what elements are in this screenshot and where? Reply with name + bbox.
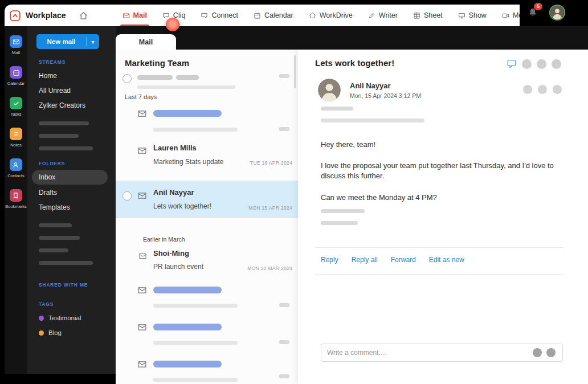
chat-bubble-icon bbox=[162, 12, 170, 19]
mail-list: Marketing Team Last 7 days bbox=[116, 50, 298, 384]
drive-icon bbox=[309, 12, 316, 19]
comment-icon[interactable] bbox=[507, 59, 517, 69]
rail-item-calendar[interactable]: Calendar bbox=[7, 66, 24, 86]
mail-list-item[interactable] bbox=[116, 355, 298, 384]
body-greeting: Hey there, team! bbox=[321, 140, 566, 150]
reply-link[interactable]: Reply bbox=[321, 256, 338, 264]
chevron-down-icon[interactable]: ▾ bbox=[87, 39, 99, 45]
tag-item-testimonial[interactable]: Testimonial bbox=[27, 311, 116, 325]
nav-workdrive[interactable]: WorkDrive bbox=[309, 5, 353, 26]
folders-section-label: FOLDERS bbox=[39, 161, 116, 166]
comment-tool-button[interactable] bbox=[533, 348, 542, 357]
message-action-button[interactable] bbox=[538, 85, 547, 94]
content: Marketing Team Last 7 days bbox=[116, 50, 588, 384]
reply-all-link[interactable]: Reply all bbox=[352, 256, 378, 264]
date-placeholder-bar bbox=[279, 374, 289, 378]
subject-placeholder-bar bbox=[153, 287, 222, 293]
rail-label: Notes bbox=[10, 142, 22, 148]
rail-item-mail[interactable]: Mail bbox=[10, 35, 22, 55]
toolbar-action-button[interactable] bbox=[522, 59, 532, 69]
mail-sender: Shoi-Ming bbox=[153, 249, 189, 258]
tab-strip: Mail bbox=[116, 26, 588, 50]
mail-sidebar: New mail ▾ STREAMS Home All Unread Zylke… bbox=[27, 26, 116, 374]
placeholder-bar bbox=[137, 85, 235, 89]
sidebar-item-home[interactable]: Home bbox=[27, 68, 116, 83]
nav-writer[interactable]: Writer bbox=[368, 5, 398, 26]
forward-link[interactable]: Forward bbox=[391, 256, 416, 264]
rail-item-bookmarks[interactable]: Bookmarks bbox=[5, 189, 27, 209]
contacts-app-icon bbox=[10, 158, 22, 171]
tag-item-blog[interactable]: Blog bbox=[27, 325, 116, 340]
mail-app-icon bbox=[10, 35, 22, 48]
sender-avatar bbox=[318, 79, 341, 101]
placeholder-bar bbox=[39, 134, 79, 138]
mail-list-item[interactable] bbox=[116, 104, 298, 138]
mail-subject: Lets work together! bbox=[153, 202, 211, 210]
mail-list-item[interactable]: Shoi-Ming PR launch event MON 22 MAR 202… bbox=[116, 246, 298, 279]
message-action-button[interactable] bbox=[553, 85, 562, 94]
home-icon[interactable] bbox=[79, 11, 88, 21]
placeholder-bar bbox=[39, 236, 80, 240]
placeholder-bar bbox=[321, 119, 424, 122]
comment-input[interactable] bbox=[321, 349, 533, 357]
placeholder-bar bbox=[321, 221, 358, 225]
toolbar-action-button[interactable] bbox=[537, 59, 546, 69]
comment-tools bbox=[533, 348, 562, 357]
sidebar-item-drafts[interactable]: Drafts bbox=[27, 185, 116, 200]
sidebar-item-templates[interactable]: Templates bbox=[27, 200, 116, 215]
select-all-checkbox[interactable] bbox=[122, 74, 132, 83]
mail-list-item[interactable]: Lauren Mills Marketing Stats update TUE … bbox=[116, 141, 298, 176]
message-action-button[interactable] bbox=[523, 85, 532, 94]
mail-list-item[interactable] bbox=[116, 318, 298, 352]
mail-list-item-selected[interactable]: Anil Nayyar Lets work together! MON 15 A… bbox=[116, 181, 298, 218]
brand-name: Workplace bbox=[26, 11, 66, 20]
presentation-icon bbox=[458, 12, 466, 19]
rail-item-tasks[interactable]: Tasks bbox=[10, 97, 22, 117]
reading-pane: Lets work together! Anil Nayyar Mon, 15 … bbox=[298, 50, 588, 384]
user-avatar[interactable] bbox=[549, 5, 565, 21]
toolbar-action-button[interactable] bbox=[552, 59, 561, 69]
sidebar-item-zylker-creators[interactable]: Zylker Creators bbox=[27, 98, 116, 113]
sidebar-item-inbox[interactable]: Inbox bbox=[32, 170, 108, 185]
message-subject: Lets work together! bbox=[315, 58, 394, 68]
body-question: Can we meet the Monday at 4 PM? bbox=[321, 193, 566, 203]
mail-list-item[interactable] bbox=[116, 281, 298, 315]
click-indicator bbox=[166, 18, 179, 31]
envelope-icon bbox=[137, 109, 147, 119]
tab-mail[interactable]: Mail bbox=[116, 34, 176, 50]
placeholder-bar bbox=[39, 146, 93, 150]
list-title: Marketing Team bbox=[125, 58, 189, 68]
select-mail-checkbox[interactable] bbox=[122, 191, 132, 201]
scrollbar-thumb[interactable] bbox=[294, 55, 296, 88]
nav-label: WorkDrive bbox=[320, 11, 353, 19]
placeholder-bar bbox=[321, 107, 353, 111]
placeholder-bar bbox=[321, 209, 365, 213]
nav-calendar[interactable]: Calendar bbox=[254, 5, 293, 26]
comment-tool-button[interactable] bbox=[546, 348, 556, 357]
date-placeholder-bar bbox=[279, 340, 289, 344]
notification-bell-icon[interactable]: 5 bbox=[528, 7, 538, 20]
video-camera-icon bbox=[502, 12, 509, 19]
sidebar-item-all-unread[interactable]: All Unread bbox=[27, 83, 116, 98]
nav-label: Connect bbox=[211, 11, 238, 19]
rail-item-contacts[interactable]: Contacts bbox=[7, 158, 24, 178]
nav-show[interactable]: Show bbox=[458, 5, 487, 26]
mail-date: MON 15 APR 2024 bbox=[248, 205, 292, 211]
mail-sender: Anil Nayyar bbox=[153, 188, 194, 197]
divider bbox=[315, 247, 563, 248]
brand: Workplace bbox=[5, 10, 88, 22]
shared-section-label: SHARED WITH ME bbox=[39, 282, 116, 288]
mail-sender: Lauren Mills bbox=[153, 144, 197, 152]
edit-as-new-link[interactable]: Edit as new bbox=[429, 256, 464, 264]
nav-mail[interactable]: Mail bbox=[122, 5, 147, 26]
nav-label: Writer bbox=[379, 11, 398, 19]
nav-connect[interactable]: Connect bbox=[201, 5, 238, 26]
rail-item-notes[interactable]: Notes bbox=[10, 128, 22, 148]
new-mail-button[interactable]: New mail ▾ bbox=[36, 34, 99, 49]
sender-name: Anil Nayyar bbox=[350, 81, 391, 90]
tag-label: Testimonial bbox=[48, 314, 81, 321]
header-right: 5 bbox=[520, 0, 588, 26]
app-rail: Mail Calendar Tasks Notes Contacts Bookm… bbox=[5, 26, 27, 374]
envelope-icon bbox=[137, 285, 147, 295]
nav-sheet[interactable]: Sheet bbox=[413, 5, 443, 26]
